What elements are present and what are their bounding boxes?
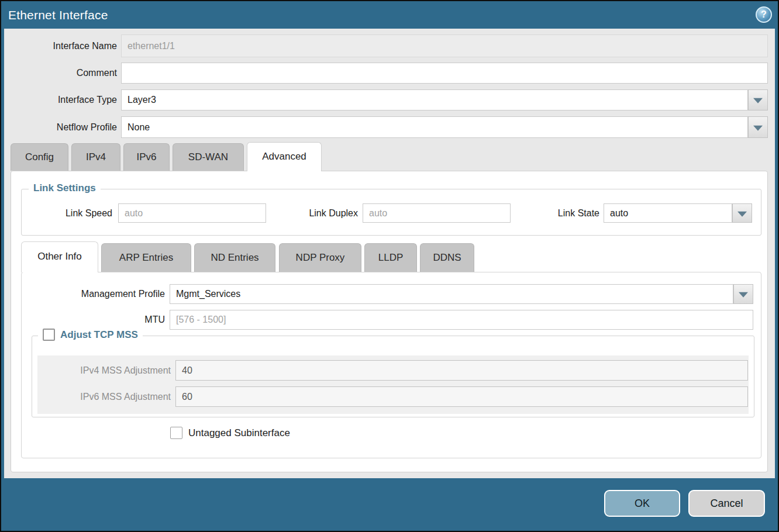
chevron-down-icon bbox=[739, 292, 748, 298]
ipv4-mss-label: IPv4 MSS Adjustment bbox=[37, 360, 171, 381]
link-state-field[interactable] bbox=[604, 203, 732, 223]
link-speed-field[interactable] bbox=[118, 203, 266, 223]
interface-type-label: Interface Type bbox=[4, 89, 117, 110]
tab-ddns[interactable]: DDNS bbox=[420, 243, 474, 272]
tab-ndp-proxy[interactable]: NDP Proxy bbox=[279, 243, 361, 272]
dialog-title: Ethernet Interface bbox=[8, 1, 108, 29]
adjust-tcp-mss-legend: Adjust TCP MSS bbox=[38, 329, 143, 341]
chevron-down-icon bbox=[737, 211, 747, 216]
interface-type-field[interactable] bbox=[121, 89, 748, 110]
tab-ipv4[interactable]: IPv4 bbox=[71, 143, 120, 171]
link-speed-label: Link Speed bbox=[33, 203, 112, 223]
comment-field[interactable] bbox=[121, 63, 768, 84]
adjust-tcp-mss-checkbox[interactable] bbox=[43, 329, 55, 341]
link-duplex-field[interactable] bbox=[363, 203, 511, 223]
adjust-tcp-mss-fieldset: Adjust TCP MSS IPv4 MSS Adjustment IPv6 … bbox=[32, 336, 754, 417]
ok-button[interactable]: OK bbox=[604, 490, 680, 517]
dialog-footer: OK Cancel bbox=[1, 478, 778, 530]
adjust-tcp-mss-label: Adjust TCP MSS bbox=[60, 329, 138, 341]
tab-ipv6[interactable]: IPv6 bbox=[123, 143, 170, 171]
advanced-tab-panel: Link Settings Link Speed Link Duplex Lin… bbox=[11, 171, 768, 472]
untagged-subinterface-row: Untagged Subinterface bbox=[170, 427, 290, 439]
help-icon[interactable]: ? bbox=[756, 6, 772, 23]
link-settings-legend: Link Settings bbox=[29, 182, 101, 194]
management-profile-label: Management Profile bbox=[22, 284, 165, 304]
netflow-profile-dropdown-button[interactable] bbox=[748, 116, 768, 138]
tab-nd-entries[interactable]: ND Entries bbox=[194, 243, 275, 272]
tab-sdwan[interactable]: SD-WAN bbox=[173, 143, 244, 171]
link-duplex-label: Link Duplex bbox=[288, 203, 358, 223]
mtu-field[interactable] bbox=[170, 310, 753, 330]
mss-panel: IPv4 MSS Adjustment IPv6 MSS Adjustment bbox=[37, 355, 749, 414]
ipv4-mss-field bbox=[175, 360, 748, 381]
netflow-profile-label: Netflow Profile bbox=[4, 116, 117, 138]
untagged-subinterface-checkbox[interactable] bbox=[170, 427, 182, 439]
ipv6-mss-label: IPv6 MSS Adjustment bbox=[37, 386, 171, 407]
tab-other-info[interactable]: Other Info bbox=[21, 241, 98, 272]
interface-type-dropdown-button[interactable] bbox=[748, 89, 768, 110]
tab-arp-entries[interactable]: ARP Entries bbox=[101, 243, 191, 272]
tab-config[interactable]: Config bbox=[11, 143, 68, 171]
help-glyph: ? bbox=[761, 9, 767, 19]
tab-lldp[interactable]: LLDP bbox=[364, 243, 417, 272]
tab-advanced[interactable]: Advanced bbox=[247, 142, 322, 171]
other-info-panel: Management Profile MTU Adjust TCP MSS IP… bbox=[21, 272, 761, 458]
dialog-titlebar: Ethernet Interface ? bbox=[1, 1, 778, 29]
dialog-body: Interface Name Comment Interface Type Ne… bbox=[4, 29, 775, 478]
link-settings-fieldset: Link Settings Link Speed Link Duplex Lin… bbox=[21, 189, 761, 236]
netflow-profile-field[interactable] bbox=[121, 116, 748, 138]
chevron-down-icon bbox=[753, 98, 763, 103]
mtu-label: MTU bbox=[22, 310, 165, 330]
cancel-button[interactable]: Cancel bbox=[688, 490, 765, 517]
interface-name-field bbox=[121, 34, 768, 57]
link-state-dropdown-button[interactable] bbox=[732, 203, 752, 223]
ipv6-mss-field bbox=[175, 386, 748, 407]
management-profile-field[interactable] bbox=[170, 284, 733, 304]
untagged-subinterface-label: Untagged Subinterface bbox=[188, 427, 290, 439]
comment-label: Comment bbox=[4, 63, 117, 84]
link-state-label: Link State bbox=[536, 203, 599, 223]
interface-name-label: Interface Name bbox=[4, 34, 117, 57]
management-profile-dropdown-button[interactable] bbox=[733, 284, 753, 304]
ethernet-interface-dialog: Ethernet Interface ? Interface Name Comm… bbox=[0, 0, 779, 532]
chevron-down-icon bbox=[753, 125, 763, 130]
